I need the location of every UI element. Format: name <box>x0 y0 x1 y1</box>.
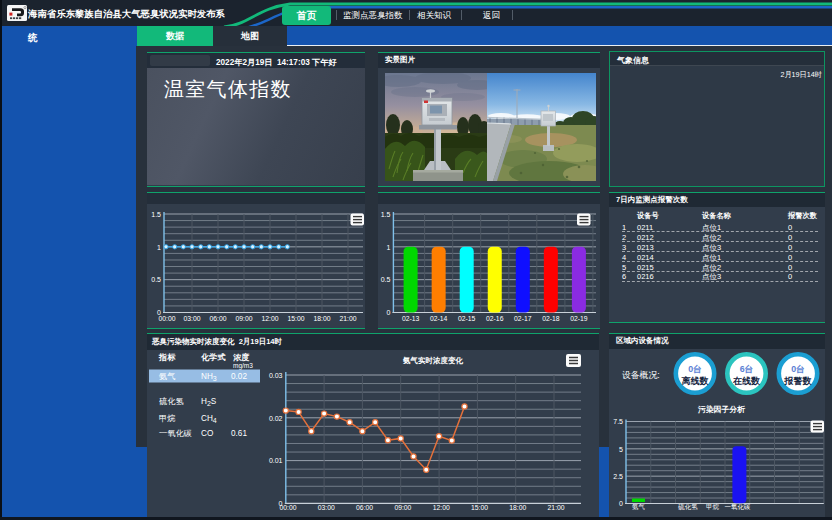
svg-text:7.5: 7.5 <box>613 418 623 425</box>
svg-text:CH4: CH4 <box>201 414 217 424</box>
svg-text:06:00: 06:00 <box>356 504 373 511</box>
svg-text:mg/m3: mg/m3 <box>233 362 253 370</box>
svg-text:02-18: 02-18 <box>542 315 560 322</box>
svg-text:0.03: 0.03 <box>269 371 283 378</box>
svg-text:0.01: 0.01 <box>269 457 283 464</box>
svg-text:03:00: 03:00 <box>318 504 335 511</box>
svg-text:02-14: 02-14 <box>430 315 448 322</box>
svg-text:氨气实时浓度变化: 氨气实时浓度变化 <box>402 356 464 365</box>
svg-text:氨气: 氨气 <box>159 372 175 381</box>
svg-text:02-13: 02-13 <box>402 315 420 322</box>
svg-text:0: 0 <box>619 500 623 507</box>
svg-text:15:00: 15:00 <box>287 315 304 322</box>
svg-text:03:00: 03:00 <box>183 315 200 322</box>
svg-text:浓度: 浓度 <box>233 352 249 362</box>
svg-text:18:00: 18:00 <box>509 504 526 511</box>
svg-text:甲烷: 甲烷 <box>706 502 720 509</box>
svg-text:硫化氢: 硫化氢 <box>159 397 184 406</box>
svg-text:21:00: 21:00 <box>339 315 356 322</box>
svg-text:02-16: 02-16 <box>486 315 504 322</box>
svg-text:在线数: 在线数 <box>732 376 761 386</box>
svg-text:02-17: 02-17 <box>514 315 532 322</box>
svg-text:1: 1 <box>386 244 390 251</box>
svg-text:设备概况:: 设备概况: <box>622 369 660 379</box>
svg-text:09:00: 09:00 <box>235 315 252 322</box>
svg-text:CO: CO <box>201 429 213 438</box>
svg-text:离线数: 离线数 <box>682 376 710 386</box>
svg-text:12:00: 12:00 <box>261 315 278 322</box>
svg-text:15:00: 15:00 <box>471 504 488 511</box>
svg-text:06:00: 06:00 <box>209 315 226 322</box>
svg-text:00:00: 00:00 <box>279 504 296 511</box>
svg-text:18:00: 18:00 <box>313 315 330 322</box>
svg-text:污染因子分析: 污染因子分析 <box>697 405 746 414</box>
svg-text:报警数: 报警数 <box>784 376 813 386</box>
svg-text:0.5: 0.5 <box>381 276 391 283</box>
svg-text:0.02: 0.02 <box>231 372 247 381</box>
svg-text:1.5: 1.5 <box>151 211 161 218</box>
svg-text:指标: 指标 <box>158 353 176 362</box>
svg-text:5: 5 <box>619 445 623 452</box>
svg-text:2.5: 2.5 <box>613 472 623 479</box>
svg-text:09:00: 09:00 <box>394 504 411 511</box>
svg-text:1.5: 1.5 <box>381 211 391 218</box>
svg-text:00:00: 00:00 <box>158 315 175 322</box>
svg-text:0.02: 0.02 <box>269 414 283 421</box>
svg-text:一氧化碳: 一氧化碳 <box>724 502 751 510</box>
svg-text:0.61: 0.61 <box>231 429 247 438</box>
svg-text:21:00: 21:00 <box>548 504 565 511</box>
svg-text:一氧化碳: 一氧化碳 <box>159 429 192 438</box>
svg-text:0: 0 <box>386 309 390 316</box>
svg-text:1: 1 <box>157 244 161 251</box>
svg-text:6台: 6台 <box>740 364 754 374</box>
svg-text:0台: 0台 <box>688 364 702 374</box>
svg-text:12:00: 12:00 <box>433 504 450 511</box>
svg-text:0台: 0台 <box>791 364 805 374</box>
svg-text:硫化氢: 硫化氢 <box>677 502 698 510</box>
svg-text:化学式: 化学式 <box>200 353 226 362</box>
svg-text:02-19: 02-19 <box>570 315 588 322</box>
svg-text:0.5: 0.5 <box>151 276 161 283</box>
svg-text:02-15: 02-15 <box>458 315 476 322</box>
svg-text:H2S: H2S <box>201 397 217 407</box>
svg-text:甲烷: 甲烷 <box>159 414 175 423</box>
svg-text:氨气: 氨气 <box>632 502 646 509</box>
